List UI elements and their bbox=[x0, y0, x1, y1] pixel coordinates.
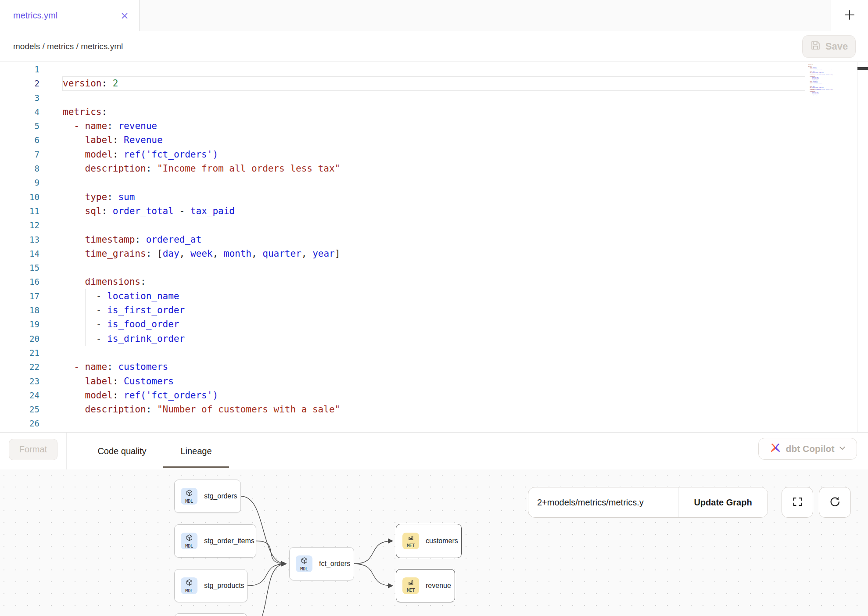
code-line[interactable]: 12 bbox=[0, 218, 868, 232]
line-number: 7 bbox=[0, 147, 39, 161]
code-line[interactable]: 1 bbox=[0, 62, 868, 76]
mdl-badge: MDL bbox=[181, 533, 197, 549]
editor-lines[interactable]: 12version: 234metrics:5 - name: revenue6… bbox=[0, 62, 868, 431]
code-line[interactable]: 19 - is_food_order bbox=[0, 317, 868, 331]
bar-chart-icon bbox=[407, 579, 415, 588]
fullscreen-button[interactable] bbox=[782, 487, 813, 518]
badge-label: MDL bbox=[185, 588, 193, 593]
path-bar: models / metrics / metrics.yml Save bbox=[0, 31, 868, 61]
line-number: 3 bbox=[0, 91, 39, 105]
tab-strip-empty bbox=[140, 0, 831, 31]
save-icon bbox=[810, 40, 821, 54]
code-line[interactable]: 16 dimensions: bbox=[0, 275, 868, 289]
code-line[interactable]: 2version: 2 bbox=[0, 76, 868, 90]
badge-label: MET bbox=[407, 543, 414, 548]
cube-icon bbox=[186, 579, 193, 588]
met-badge: MET bbox=[402, 533, 419, 549]
tab-bar: metrics.yml bbox=[0, 0, 868, 31]
lineage-node-revenue[interactable]: METrevenue bbox=[396, 569, 455, 602]
minimap-divider bbox=[857, 62, 857, 432]
node-label: fct_orders bbox=[319, 560, 350, 568]
minimap[interactable]: version: 2 metrics: - name: revenue labe… bbox=[808, 64, 856, 103]
line-number: 25 bbox=[0, 402, 39, 416]
lineage-node-stg_orders[interactable]: MDLstg_orders bbox=[174, 480, 241, 513]
line-number: 26 bbox=[0, 416, 39, 430]
code-line[interactable]: 23 label: Customers bbox=[0, 374, 868, 388]
code-line[interactable]: 7 model: ref('fct_orders') bbox=[0, 147, 868, 161]
close-icon[interactable] bbox=[120, 11, 129, 21]
code-line[interactable]: 21 bbox=[0, 346, 868, 360]
code-line[interactable]: 8 description: "Income from all orders l… bbox=[0, 161, 868, 175]
format-button[interactable]: Format bbox=[9, 439, 57, 460]
code-line[interactable]: 24 model: ref('fct_orders') bbox=[0, 388, 868, 402]
node-label: stg_orders bbox=[204, 492, 237, 500]
code-line[interactable]: 17 - location_name bbox=[0, 289, 868, 303]
dbt-copilot-label: dbt Copilot bbox=[786, 444, 835, 454]
line-number: 9 bbox=[0, 175, 39, 190]
code-line[interactable]: 5 - name: revenue bbox=[0, 119, 868, 133]
dbt-ide-window: metrics.yml models / metrics / metrics.y… bbox=[0, 0, 868, 616]
line-number: 6 bbox=[0, 133, 39, 147]
edge-fct_orders-to-revenue bbox=[354, 564, 392, 586]
save-button[interactable]: Save bbox=[802, 35, 856, 58]
code-line[interactable]: 18 - is_first_order bbox=[0, 303, 868, 317]
tab-lineage[interactable]: Lineage bbox=[163, 433, 229, 470]
lineage-node-fct_orders[interactable]: MDLfct_orders bbox=[289, 547, 354, 580]
line-number: 10 bbox=[0, 190, 39, 204]
line-number: 14 bbox=[0, 247, 39, 261]
code-line[interactable]: 15 bbox=[0, 261, 868, 275]
line-number: 8 bbox=[0, 161, 39, 175]
lineage-node-customers[interactable]: METcustomers bbox=[396, 524, 462, 558]
bar-chart-icon bbox=[407, 534, 415, 543]
fullscreen-icon bbox=[792, 496, 803, 509]
code-editor[interactable]: 12version: 234metrics:5 - name: revenue6… bbox=[0, 61, 868, 432]
node-label: customers bbox=[426, 537, 458, 545]
lineage-graph-canvas[interactable]: Update Graph MDLstg_ordersMDLstg_order_i… bbox=[0, 469, 868, 616]
line-number: 20 bbox=[0, 332, 39, 346]
dbt-copilot-button[interactable]: dbt Copilot bbox=[758, 438, 857, 460]
code-line[interactable]: 3 bbox=[0, 91, 868, 105]
line-number: 18 bbox=[0, 303, 39, 317]
lineage-node-stg_products[interactable]: MDLstg_products bbox=[174, 569, 247, 602]
tab-code-quality[interactable]: Code quality bbox=[78, 433, 166, 470]
line-number: 4 bbox=[0, 105, 39, 119]
node-label: revenue bbox=[426, 582, 451, 590]
code-line[interactable]: 10 type: sum bbox=[0, 190, 868, 204]
edge-fct_orders-to-customers bbox=[354, 541, 392, 564]
code-line[interactable]: 6 label: Revenue bbox=[0, 133, 868, 147]
code-line[interactable]: 13 timestamp: ordered_at bbox=[0, 233, 868, 247]
tab-metrics-yml[interactable]: metrics.yml bbox=[0, 0, 140, 31]
badge-label: MDL bbox=[185, 499, 193, 504]
edge-stg_order_items-to-fct_orders bbox=[256, 541, 286, 564]
mdl-badge: MDL bbox=[296, 555, 312, 572]
refresh-icon bbox=[829, 496, 841, 509]
code-line[interactable]: 14 time_grains: [day, week, month, quart… bbox=[0, 247, 868, 261]
graph-selector-input[interactable] bbox=[528, 487, 678, 517]
code-line[interactable]: 9 bbox=[0, 175, 868, 190]
node-label: stg_order_items bbox=[204, 537, 255, 545]
new-tab-button[interactable] bbox=[831, 0, 868, 31]
line-number: 17 bbox=[0, 289, 39, 303]
code-line[interactable]: 20 - is_drink_order bbox=[0, 332, 868, 346]
code-line[interactable]: 4metrics: bbox=[0, 105, 868, 119]
badge-label: MDL bbox=[300, 566, 308, 571]
update-graph-button[interactable]: Update Graph bbox=[678, 487, 768, 517]
line-number: 15 bbox=[0, 261, 39, 275]
code-line[interactable]: 26 bbox=[0, 416, 868, 430]
lineage-node-stg_order_items[interactable]: MDLstg_order_items bbox=[174, 524, 256, 558]
refresh-button[interactable] bbox=[819, 487, 851, 518]
graph-selector-group: Update Graph bbox=[528, 487, 768, 518]
line-number: 5 bbox=[0, 119, 39, 133]
code-line[interactable]: 11 sql: order_total - tax_paid bbox=[0, 204, 868, 218]
dbt-logo-icon bbox=[769, 442, 782, 456]
line-number: 24 bbox=[0, 388, 39, 402]
code-line[interactable]: 25 description: "Number of customers wit… bbox=[0, 402, 868, 416]
edge-partial_node-to-fct_orders bbox=[247, 564, 286, 616]
badge-label: MDL bbox=[185, 544, 193, 548]
line-number: 19 bbox=[0, 317, 39, 331]
code-line[interactable]: 22 - name: customers bbox=[0, 360, 868, 374]
line-number: 16 bbox=[0, 275, 39, 289]
lineage-node-partial_node[interactable]: MDL bbox=[174, 613, 247, 616]
chevron-down-icon bbox=[839, 444, 846, 454]
met-badge: MET bbox=[402, 577, 419, 594]
